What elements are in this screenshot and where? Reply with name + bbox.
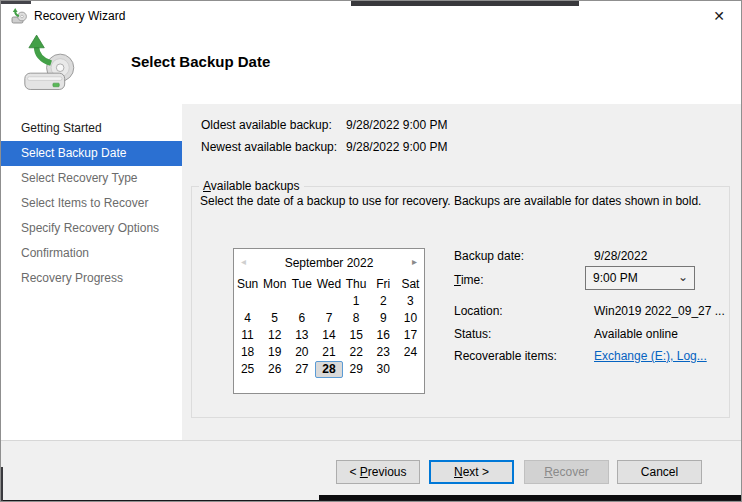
sidebar-item-select-backup-date[interactable]: Select Backup Date: [1, 141, 182, 166]
oldest-backup-row: Oldest available backup: 9/28/2022 9:00 …: [201, 117, 621, 133]
calendar-day-21[interactable]: 21: [315, 344, 342, 361]
calendar-day-24[interactable]: 24: [397, 344, 424, 361]
calendar-day-empty: [288, 293, 315, 310]
backup-date-value: 9/28/2022: [594, 249, 647, 263]
calendar-day-empty: [234, 293, 261, 310]
calendar-day-15[interactable]: 15: [343, 327, 370, 344]
backup-details: Backup date: 9/28/2022 Time: 9:00 PM ⌄ L…: [454, 249, 726, 424]
wizard-header: Select Backup Date: [1, 31, 741, 104]
calendar-day-22[interactable]: 22: [343, 344, 370, 361]
calendar-day-empty: [315, 293, 342, 310]
calendar-day-5[interactable]: 5: [261, 310, 288, 327]
time-label: Time:: [454, 273, 484, 287]
oldest-backup-value: 9/28/2022 9:00 PM: [346, 117, 447, 133]
newest-backup-row: Newest available backup: 9/28/2022 9:00 …: [201, 139, 621, 155]
calendar-day-names-row: SunMonTueWedThuFriSat: [234, 275, 424, 293]
calendar-day-10[interactable]: 10: [397, 310, 424, 327]
calendar-day-7[interactable]: 7: [315, 310, 342, 327]
calendar-next-month-icon[interactable]: ▸: [412, 249, 417, 275]
sidebar-item-recovery-progress[interactable]: Recovery Progress: [1, 266, 182, 291]
chevron-down-icon: ⌄: [678, 267, 688, 287]
wizard-content: Oldest available backup: 9/28/2022 9:00 …: [182, 104, 742, 440]
calendar-day-1[interactable]: 1: [343, 293, 370, 310]
backup-date-label: Backup date:: [454, 249, 524, 263]
recover-button[interactable]: Recover: [524, 460, 609, 484]
calendar-day-name-tue: Tue: [288, 275, 315, 293]
background-window-edge-top-left: [1, 1, 31, 4]
calendar-day-2[interactable]: 2: [370, 293, 397, 310]
sidebar-item-confirmation[interactable]: Confirmation: [1, 241, 182, 266]
calendar-day-name-sun: Sun: [234, 275, 261, 293]
wizard-steps-sidebar: Getting Started Select Backup Date Selec…: [1, 104, 182, 440]
background-window-edge-top: [351, 1, 579, 6]
recovery-wizard-window: Recovery Wizard ✕ Select Backup Date Get…: [0, 0, 742, 502]
calendar-day-18[interactable]: 18: [234, 344, 261, 361]
newest-backup-label: Newest available backup:: [201, 140, 337, 154]
calendar-day-28[interactable]: 28: [315, 361, 342, 378]
sidebar-item-select-recovery-type[interactable]: Select Recovery Type: [1, 166, 182, 191]
backup-date-calendar: ◂ September 2022 ▸ SunMonTueWedThuFriSat…: [233, 248, 425, 394]
available-backups-description: Select the date of a backup to use for r…: [200, 194, 701, 208]
calendar-day-empty: [261, 293, 288, 310]
calendar-day-12[interactable]: 12: [261, 327, 288, 344]
calendar-prev-month-icon[interactable]: ◂: [241, 249, 246, 275]
available-backups-group: Available backups Select the date of a b…: [191, 186, 730, 418]
calendar-day-16[interactable]: 16: [370, 327, 397, 344]
backup-restore-icon: [23, 35, 81, 95]
cancel-button[interactable]: Cancel: [617, 460, 702, 484]
calendar-day-17[interactable]: 17: [397, 327, 424, 344]
calendar-day-25[interactable]: 25: [234, 361, 261, 378]
location-value: Win2019 2022_09_27 ...: [594, 304, 725, 318]
recoverable-items-link[interactable]: Exchange (E:), Log...: [594, 349, 707, 363]
calendar-day-14[interactable]: 14: [315, 327, 342, 344]
location-label: Location:: [454, 304, 503, 318]
calendar-month-label: September 2022: [234, 249, 424, 277]
calendar-day-26[interactable]: 26: [261, 361, 288, 378]
calendar-day-name-wed: Wed: [315, 275, 342, 293]
status-label: Status:: [454, 327, 491, 341]
calendar-grid: 1234567891011121314151617181920212223242…: [234, 293, 424, 378]
time-select-value: 9:00 PM: [593, 267, 638, 289]
sidebar-item-getting-started[interactable]: Getting Started: [1, 116, 182, 141]
page-title: Select Backup Date: [131, 53, 270, 70]
calendar-day-3[interactable]: 3: [397, 293, 424, 310]
close-icon[interactable]: ✕: [705, 3, 733, 29]
calendar-day-empty: [397, 361, 424, 378]
calendar-day-20[interactable]: 20: [288, 344, 315, 361]
calendar-day-23[interactable]: 23: [370, 344, 397, 361]
calendar-day-8[interactable]: 8: [343, 310, 370, 327]
status-value: Available online: [594, 327, 678, 341]
app-icon: [11, 8, 27, 24]
newest-backup-value: 9/28/2022 9:00 PM: [346, 139, 447, 155]
window-title: Recovery Wizard: [34, 1, 125, 31]
calendar-day-name-thu: Thu: [343, 275, 370, 293]
calendar-day-name-fri: Fri: [370, 275, 397, 293]
available-backups-group-title: Available backups: [199, 179, 304, 193]
previous-button[interactable]: < Previous: [336, 460, 420, 484]
calendar-day-9[interactable]: 9: [370, 310, 397, 327]
calendar-header: ◂ September 2022 ▸: [234, 249, 424, 275]
calendar-day-4[interactable]: 4: [234, 310, 261, 327]
calendar-day-name-sat: Sat: [397, 275, 424, 293]
calendar-day-29[interactable]: 29: [343, 361, 370, 378]
sidebar-item-specify-recovery-options[interactable]: Specify Recovery Options: [1, 216, 182, 241]
next-button[interactable]: Next >: [429, 460, 514, 484]
calendar-day-name-mon: Mon: [261, 275, 288, 293]
time-select[interactable]: 9:00 PM ⌄: [585, 266, 695, 290]
recoverable-items-label: Recoverable items:: [454, 349, 557, 363]
calendar-day-30[interactable]: 30: [370, 361, 397, 378]
oldest-backup-label: Oldest available backup:: [201, 118, 332, 132]
calendar-day-27[interactable]: 27: [288, 361, 315, 378]
calendar-day-13[interactable]: 13: [288, 327, 315, 344]
sidebar-item-select-items-to-recover[interactable]: Select Items to Recover: [1, 191, 182, 216]
calendar-day-19[interactable]: 19: [261, 344, 288, 361]
calendar-day-11[interactable]: 11: [234, 327, 261, 344]
background-window-edge-left: [1, 467, 3, 502]
footer: < Previous Next > Recover Cancel: [1, 441, 742, 502]
calendar-day-6[interactable]: 6: [288, 310, 315, 327]
